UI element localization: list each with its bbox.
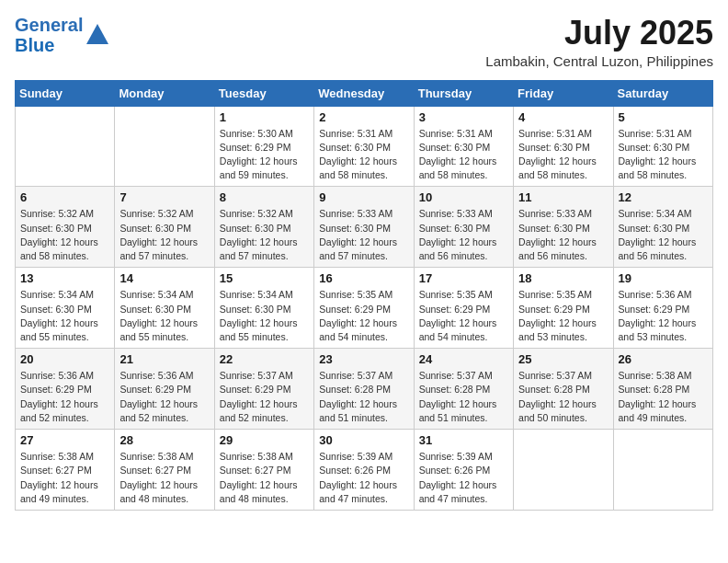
day-info: Sunrise: 5:37 AMSunset: 6:28 PMDaylight:… [518,369,608,425]
calendar-cell [514,430,613,511]
calendar-cell: 2Sunrise: 5:31 AMSunset: 6:30 PMDaylight… [314,106,414,187]
weekday-header-monday: Monday [115,80,214,106]
day-number: 14 [119,271,209,285]
day-info: Sunrise: 5:31 AMSunset: 6:30 PMDaylight:… [419,127,508,183]
weekday-header-tuesday: Tuesday [214,80,313,106]
calendar-cell: 9Sunrise: 5:33 AMSunset: 6:30 PMDaylight… [314,187,414,268]
weekday-header-saturday: Saturday [613,80,712,106]
calendar-cell: 28Sunrise: 5:38 AMSunset: 6:27 PMDayligh… [115,430,214,511]
day-number: 19 [619,271,708,285]
calendar-cell: 13Sunrise: 5:34 AMSunset: 6:30 PMDayligh… [16,268,115,349]
day-number: 9 [319,190,408,204]
month-title: July 2025 [485,15,713,52]
calendar-week-5: 27Sunrise: 5:38 AMSunset: 6:27 PMDayligh… [16,430,713,511]
day-info: Sunrise: 5:37 AMSunset: 6:28 PMDaylight:… [419,369,508,425]
calendar-cell: 4Sunrise: 5:31 AMSunset: 6:30 PMDaylight… [514,106,613,187]
calendar-cell: 24Sunrise: 5:37 AMSunset: 6:28 PMDayligh… [414,349,513,430]
calendar-cell: 29Sunrise: 5:38 AMSunset: 6:27 PMDayligh… [214,430,313,511]
calendar-cell: 14Sunrise: 5:34 AMSunset: 6:30 PMDayligh… [115,268,214,349]
day-info: Sunrise: 5:30 AMSunset: 6:29 PMDaylight:… [220,127,309,183]
weekday-header-row: SundayMondayTuesdayWednesdayThursdayFrid… [16,80,713,106]
day-number: 23 [319,352,408,366]
location: Lambakin, Central Luzon, Philippines [485,53,713,69]
day-info: Sunrise: 5:36 AMSunset: 6:29 PMDaylight:… [619,288,708,344]
calendar-cell: 26Sunrise: 5:38 AMSunset: 6:28 PMDayligh… [613,349,712,430]
day-number: 27 [20,433,109,447]
day-number: 31 [419,433,508,447]
day-info: Sunrise: 5:39 AMSunset: 6:26 PMDaylight:… [419,450,508,506]
calendar-cell: 5Sunrise: 5:31 AMSunset: 6:30 PMDaylight… [613,106,712,187]
calendar-table: SundayMondayTuesdayWednesdayThursdayFrid… [15,80,713,511]
day-info: Sunrise: 5:33 AMSunset: 6:30 PMDaylight:… [419,207,508,263]
day-info: Sunrise: 5:34 AMSunset: 6:30 PMDaylight:… [220,288,309,344]
logo-text: GeneralBlue [15,15,83,55]
day-info: Sunrise: 5:35 AMSunset: 6:29 PMDaylight:… [518,288,608,344]
weekday-header-sunday: Sunday [16,80,115,106]
day-info: Sunrise: 5:37 AMSunset: 6:29 PMDaylight:… [220,369,309,425]
day-info: Sunrise: 5:35 AMSunset: 6:29 PMDaylight:… [319,288,408,344]
calendar-cell: 22Sunrise: 5:37 AMSunset: 6:29 PMDayligh… [214,349,313,430]
day-info: Sunrise: 5:37 AMSunset: 6:28 PMDaylight:… [319,369,408,425]
calendar-cell: 19Sunrise: 5:36 AMSunset: 6:29 PMDayligh… [613,268,712,349]
calendar-cell: 27Sunrise: 5:38 AMSunset: 6:27 PMDayligh… [16,430,115,511]
calendar-cell: 25Sunrise: 5:37 AMSunset: 6:28 PMDayligh… [514,349,613,430]
day-number: 6 [20,190,109,204]
calendar-cell: 3Sunrise: 5:31 AMSunset: 6:30 PMDaylight… [414,106,513,187]
day-info: Sunrise: 5:34 AMSunset: 6:30 PMDaylight:… [619,207,708,263]
day-info: Sunrise: 5:34 AMSunset: 6:30 PMDaylight:… [119,288,209,344]
day-info: Sunrise: 5:31 AMSunset: 6:30 PMDaylight:… [518,127,608,183]
calendar-cell: 1Sunrise: 5:30 AMSunset: 6:29 PMDaylight… [214,106,313,187]
day-number: 3 [419,110,508,124]
weekday-header-friday: Friday [514,80,613,106]
day-number: 16 [319,271,408,285]
day-number: 8 [220,190,309,204]
day-info: Sunrise: 5:36 AMSunset: 6:29 PMDaylight:… [20,369,109,425]
calendar-cell: 20Sunrise: 5:36 AMSunset: 6:29 PMDayligh… [16,349,115,430]
calendar-cell: 6Sunrise: 5:32 AMSunset: 6:30 PMDaylight… [16,187,115,268]
day-number: 1 [220,110,309,124]
weekday-header-wednesday: Wednesday [314,80,414,106]
day-number: 4 [518,110,608,124]
calendar-cell: 18Sunrise: 5:35 AMSunset: 6:29 PMDayligh… [514,268,613,349]
calendar-cell: 23Sunrise: 5:37 AMSunset: 6:28 PMDayligh… [314,349,414,430]
day-number: 18 [518,271,608,285]
day-number: 30 [319,433,408,447]
day-number: 20 [20,352,109,366]
calendar-week-2: 6Sunrise: 5:32 AMSunset: 6:30 PMDaylight… [16,187,713,268]
day-info: Sunrise: 5:33 AMSunset: 6:30 PMDaylight:… [319,207,408,263]
calendar-cell: 15Sunrise: 5:34 AMSunset: 6:30 PMDayligh… [214,268,313,349]
day-info: Sunrise: 5:33 AMSunset: 6:30 PMDaylight:… [518,207,608,263]
day-info: Sunrise: 5:36 AMSunset: 6:29 PMDaylight:… [119,369,209,425]
calendar-cell [613,430,712,511]
day-number: 17 [419,271,508,285]
page-header: GeneralBlue July 2025 Lambakin, Central … [15,15,713,69]
day-number: 22 [220,352,309,366]
day-number: 25 [518,352,608,366]
calendar-cell: 7Sunrise: 5:32 AMSunset: 6:30 PMDaylight… [115,187,214,268]
calendar-cell: 17Sunrise: 5:35 AMSunset: 6:29 PMDayligh… [414,268,513,349]
calendar-cell: 31Sunrise: 5:39 AMSunset: 6:26 PMDayligh… [414,430,513,511]
day-number: 29 [220,433,309,447]
calendar-cell [115,106,214,187]
day-number: 15 [220,271,309,285]
day-number: 10 [419,190,508,204]
logo: GeneralBlue [15,15,110,55]
weekday-header-thursday: Thursday [414,80,513,106]
day-number: 24 [419,352,508,366]
day-info: Sunrise: 5:38 AMSunset: 6:28 PMDaylight:… [619,369,708,425]
calendar-week-4: 20Sunrise: 5:36 AMSunset: 6:29 PMDayligh… [16,349,713,430]
calendar-week-1: 1Sunrise: 5:30 AMSunset: 6:29 PMDaylight… [16,106,713,187]
title-block: July 2025 Lambakin, Central Luzon, Phili… [485,15,713,69]
calendar-cell: 10Sunrise: 5:33 AMSunset: 6:30 PMDayligh… [414,187,513,268]
calendar-cell: 8Sunrise: 5:32 AMSunset: 6:30 PMDaylight… [214,187,313,268]
day-number: 11 [518,190,608,204]
day-number: 7 [119,190,209,204]
day-info: Sunrise: 5:38 AMSunset: 6:27 PMDaylight:… [119,450,209,506]
calendar-cell [16,106,115,187]
svg-marker-0 [86,24,108,44]
day-info: Sunrise: 5:34 AMSunset: 6:30 PMDaylight:… [20,288,109,344]
day-number: 28 [119,433,209,447]
calendar-cell: 16Sunrise: 5:35 AMSunset: 6:29 PMDayligh… [314,268,414,349]
calendar-cell: 30Sunrise: 5:39 AMSunset: 6:26 PMDayligh… [314,430,414,511]
day-info: Sunrise: 5:32 AMSunset: 6:30 PMDaylight:… [220,207,309,263]
